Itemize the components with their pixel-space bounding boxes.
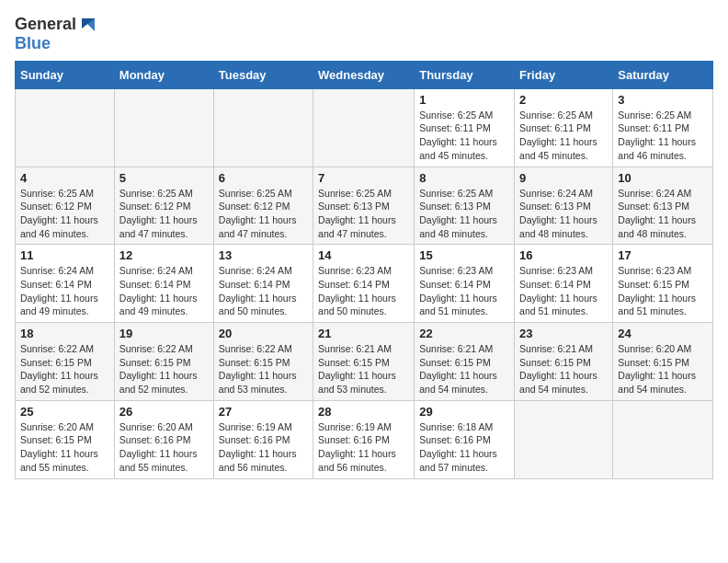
day-number: 21 — [318, 327, 409, 340]
day-cell — [313, 88, 415, 167]
day-cell: 7Sunrise: 6:25 AM Sunset: 6:13 PM Daylig… — [313, 167, 415, 245]
day-number: 1 — [419, 93, 509, 107]
day-cell: 14Sunrise: 6:23 AM Sunset: 6:14 PM Dayli… — [313, 245, 415, 323]
page-header: General Blue — [15, 15, 713, 53]
day-number: 3 — [618, 93, 708, 107]
day-info: Sunrise: 6:18 AM Sunset: 6:16 PM Dayligh… — [419, 420, 509, 475]
day-number: 9 — [519, 171, 608, 185]
day-cell: 8Sunrise: 6:25 AM Sunset: 6:13 PM Daylig… — [415, 167, 515, 245]
day-info: Sunrise: 6:19 AM Sunset: 6:16 PM Dayligh… — [219, 420, 308, 475]
day-info: Sunrise: 6:25 AM Sunset: 6:11 PM Dayligh… — [519, 109, 608, 163]
day-info: Sunrise: 6:23 AM Sunset: 6:14 PM Dayligh… — [419, 264, 509, 318]
day-info: Sunrise: 6:24 AM Sunset: 6:13 PM Dayligh… — [618, 187, 708, 241]
day-cell: 5Sunrise: 6:25 AM Sunset: 6:12 PM Daylig… — [114, 167, 213, 245]
day-cell: 17Sunrise: 6:23 AM Sunset: 6:15 PM Dayli… — [613, 245, 713, 323]
day-info: Sunrise: 6:21 AM Sunset: 6:15 PM Dayligh… — [519, 342, 608, 396]
col-header-sunday: Sunday — [16, 61, 115, 88]
day-info: Sunrise: 6:21 AM Sunset: 6:15 PM Dayligh… — [419, 342, 509, 396]
day-cell: 19Sunrise: 6:22 AM Sunset: 6:15 PM Dayli… — [114, 323, 213, 401]
day-cell: 21Sunrise: 6:21 AM Sunset: 6:15 PM Dayli… — [313, 323, 415, 401]
day-number: 20 — [219, 327, 308, 340]
day-info: Sunrise: 6:19 AM Sunset: 6:16 PM Dayligh… — [318, 420, 409, 475]
day-number: 25 — [20, 405, 109, 419]
day-number: 6 — [219, 171, 308, 185]
day-cell — [213, 88, 313, 167]
logo-general-text: General — [15, 16, 76, 34]
day-cell — [613, 400, 713, 478]
day-number: 16 — [519, 248, 608, 262]
day-info: Sunrise: 6:25 AM Sunset: 6:11 PM Dayligh… — [419, 109, 509, 163]
day-number: 23 — [519, 327, 608, 340]
day-cell: 16Sunrise: 6:23 AM Sunset: 6:14 PM Dayli… — [515, 245, 613, 323]
col-header-friday: Friday — [515, 61, 613, 88]
day-info: Sunrise: 6:25 AM Sunset: 6:12 PM Dayligh… — [219, 187, 308, 241]
day-info: Sunrise: 6:22 AM Sunset: 6:15 PM Dayligh… — [119, 342, 209, 396]
day-number: 14 — [318, 248, 409, 262]
day-info: Sunrise: 6:24 AM Sunset: 6:14 PM Dayligh… — [219, 264, 308, 318]
col-header-thursday: Thursday — [415, 61, 515, 88]
day-cell — [114, 88, 213, 167]
day-number: 22 — [419, 327, 509, 340]
day-number: 8 — [419, 171, 509, 185]
logo-blue-text: Blue — [15, 35, 98, 53]
day-cell: 12Sunrise: 6:24 AM Sunset: 6:14 PM Dayli… — [114, 245, 213, 323]
day-info: Sunrise: 6:25 AM Sunset: 6:13 PM Dayligh… — [318, 187, 409, 241]
week-row-3: 11Sunrise: 6:24 AM Sunset: 6:14 PM Dayli… — [16, 245, 713, 323]
day-number: 19 — [119, 327, 209, 340]
week-row-1: 1Sunrise: 6:25 AM Sunset: 6:11 PM Daylig… — [16, 88, 713, 167]
day-cell: 13Sunrise: 6:24 AM Sunset: 6:14 PM Dayli… — [213, 245, 313, 323]
week-row-5: 25Sunrise: 6:20 AM Sunset: 6:15 PM Dayli… — [16, 400, 713, 478]
day-number: 4 — [20, 171, 109, 185]
week-row-2: 4Sunrise: 6:25 AM Sunset: 6:12 PM Daylig… — [16, 167, 713, 245]
day-cell — [16, 88, 115, 167]
logo-container: General Blue — [15, 15, 98, 53]
day-cell: 25Sunrise: 6:20 AM Sunset: 6:15 PM Dayli… — [16, 400, 115, 478]
day-cell: 11Sunrise: 6:24 AM Sunset: 6:14 PM Dayli… — [16, 245, 115, 323]
day-number: 27 — [219, 405, 308, 419]
day-cell: 9Sunrise: 6:24 AM Sunset: 6:13 PM Daylig… — [515, 167, 613, 245]
day-cell: 27Sunrise: 6:19 AM Sunset: 6:16 PM Dayli… — [213, 400, 313, 478]
day-cell: 10Sunrise: 6:24 AM Sunset: 6:13 PM Dayli… — [613, 167, 713, 245]
day-info: Sunrise: 6:24 AM Sunset: 6:13 PM Dayligh… — [519, 187, 608, 241]
day-info: Sunrise: 6:23 AM Sunset: 6:15 PM Dayligh… — [618, 264, 708, 318]
col-header-tuesday: Tuesday — [213, 61, 313, 88]
day-info: Sunrise: 6:25 AM Sunset: 6:11 PM Dayligh… — [618, 109, 708, 163]
day-number: 10 — [618, 171, 708, 185]
day-cell: 1Sunrise: 6:25 AM Sunset: 6:11 PM Daylig… — [415, 88, 515, 167]
day-number: 28 — [318, 405, 409, 419]
day-number: 11 — [20, 248, 109, 262]
logo-arrow-icon — [78, 15, 98, 35]
day-cell: 6Sunrise: 6:25 AM Sunset: 6:12 PM Daylig… — [213, 167, 313, 245]
col-header-monday: Monday — [114, 61, 213, 88]
day-cell: 22Sunrise: 6:21 AM Sunset: 6:15 PM Dayli… — [415, 323, 515, 401]
day-cell: 26Sunrise: 6:20 AM Sunset: 6:16 PM Dayli… — [114, 400, 213, 478]
day-info: Sunrise: 6:24 AM Sunset: 6:14 PM Dayligh… — [20, 264, 109, 318]
day-cell: 3Sunrise: 6:25 AM Sunset: 6:11 PM Daylig… — [613, 88, 713, 167]
day-number: 18 — [20, 327, 109, 340]
day-cell: 24Sunrise: 6:20 AM Sunset: 6:15 PM Dayli… — [613, 323, 713, 401]
day-number: 5 — [119, 171, 209, 185]
day-info: Sunrise: 6:24 AM Sunset: 6:14 PM Dayligh… — [119, 264, 209, 318]
day-info: Sunrise: 6:23 AM Sunset: 6:14 PM Dayligh… — [519, 264, 608, 318]
day-number: 17 — [618, 248, 708, 262]
day-cell: 29Sunrise: 6:18 AM Sunset: 6:16 PM Dayli… — [415, 400, 515, 478]
calendar-table: SundayMondayTuesdayWednesdayThursdayFrid… — [15, 61, 713, 479]
day-info: Sunrise: 6:21 AM Sunset: 6:15 PM Dayligh… — [318, 342, 409, 396]
day-info: Sunrise: 6:25 AM Sunset: 6:13 PM Dayligh… — [419, 187, 509, 241]
col-header-saturday: Saturday — [613, 61, 713, 88]
day-cell: 2Sunrise: 6:25 AM Sunset: 6:11 PM Daylig… — [515, 88, 613, 167]
header-row: SundayMondayTuesdayWednesdayThursdayFrid… — [16, 61, 713, 88]
day-number: 2 — [519, 93, 608, 107]
day-cell: 20Sunrise: 6:22 AM Sunset: 6:15 PM Dayli… — [213, 323, 313, 401]
day-number: 13 — [219, 248, 308, 262]
day-info: Sunrise: 6:25 AM Sunset: 6:12 PM Dayligh… — [119, 187, 209, 241]
logo: General Blue — [15, 15, 98, 53]
day-cell — [515, 400, 613, 478]
day-number: 29 — [419, 405, 509, 419]
day-info: Sunrise: 6:23 AM Sunset: 6:14 PM Dayligh… — [318, 264, 409, 318]
day-number: 24 — [618, 327, 708, 340]
day-info: Sunrise: 6:20 AM Sunset: 6:16 PM Dayligh… — [119, 420, 209, 475]
day-number: 26 — [119, 405, 209, 419]
day-number: 12 — [119, 248, 209, 262]
week-row-4: 18Sunrise: 6:22 AM Sunset: 6:15 PM Dayli… — [16, 323, 713, 401]
